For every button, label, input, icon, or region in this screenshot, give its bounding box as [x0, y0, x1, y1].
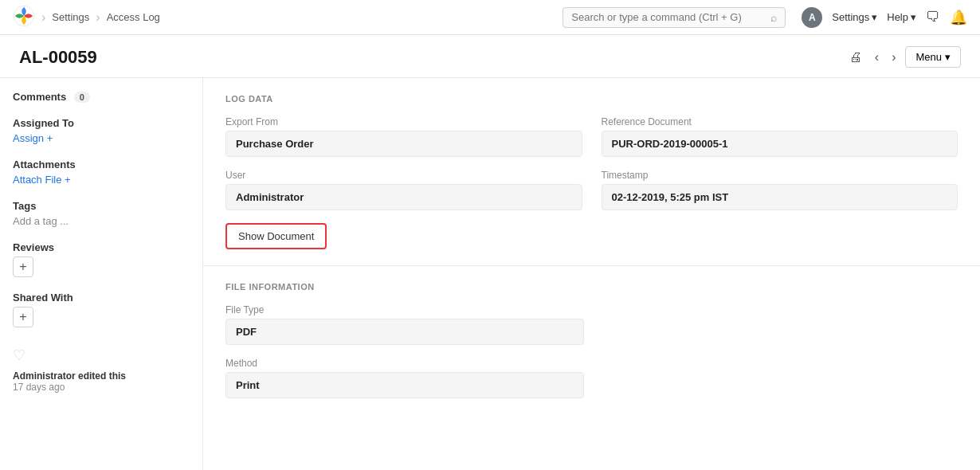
add-tag-button[interactable]: Add a tag ...	[13, 215, 190, 227]
reviews-label: Reviews	[13, 241, 190, 253]
app-logo[interactable]	[13, 5, 35, 29]
tags-label: Tags	[13, 200, 190, 212]
content-area: LOG DATA Export From Purchase Order Refe…	[203, 78, 980, 470]
sidebar-comments: Comments 0	[13, 91, 190, 103]
user-group: User Administrator	[225, 170, 582, 210]
method-label: Method	[225, 358, 584, 369]
edit-info: Administrator edited this 17 days ago	[13, 370, 190, 393]
file-info-grid: File Type PDF Method Print	[225, 304, 584, 398]
sidebar: Comments 0 Assigned To Assign + Attachme…	[0, 78, 203, 470]
prev-button[interactable]: ‹	[872, 47, 882, 68]
search-icon: ⌕	[770, 11, 777, 24]
breadcrumb-access-log[interactable]: Access Log	[107, 11, 160, 23]
page-header: AL-00059 🖨 ‹ › Menu ▾	[0, 35, 980, 78]
chevron-down-icon: ▾	[911, 11, 916, 23]
user-value: Administrator	[225, 184, 582, 210]
comments-count: 0	[74, 92, 90, 103]
add-review-button[interactable]: +	[13, 257, 33, 277]
file-info-section: FILE INFORMATION File Type PDF Method Pr…	[203, 266, 980, 414]
reference-doc-label: Reference Document	[602, 116, 958, 127]
chat-icon[interactable]: 🗨	[926, 9, 940, 25]
avatar[interactable]: A	[802, 7, 822, 28]
file-type-label: File Type	[225, 304, 584, 315]
sidebar-tags: Tags Add a tag ...	[13, 200, 190, 227]
timestamp-group: Timestamp 02-12-2019, 5:25 pm IST	[602, 170, 958, 210]
sidebar-footer: ♡ Administrator edited this 17 days ago	[13, 347, 190, 393]
timestamp-value: 02-12-2019, 5:25 pm IST	[602, 184, 958, 210]
search-bar[interactable]: ⌕	[563, 7, 786, 28]
chevron-down-icon: ▾	[872, 11, 877, 23]
method-group: Method Print	[225, 358, 584, 398]
add-shared-button[interactable]: +	[13, 307, 33, 327]
export-from-label: Export From	[225, 116, 582, 127]
reference-doc-value: PUR-ORD-2019-00005-1	[602, 131, 958, 157]
settings-menu-button[interactable]: Settings ▾	[832, 11, 877, 23]
header-actions: 🖨 ‹ › Menu ▾	[846, 46, 961, 68]
sidebar-attachments: Attachments Attach File +	[13, 159, 190, 186]
reference-doc-group: Reference Document PUR-ORD-2019-00005-1	[602, 116, 958, 157]
topnav: › Settings › Access Log ⌕ A Settings ▾ H…	[0, 0, 980, 35]
log-data-section: LOG DATA Export From Purchase Order Refe…	[203, 78, 980, 266]
timestamp-label: Timestamp	[602, 170, 958, 181]
file-info-title: FILE INFORMATION	[225, 282, 958, 292]
comments-label: Comments 0	[13, 91, 190, 103]
user-label: User	[225, 170, 582, 181]
shared-with-label: Shared With	[13, 292, 190, 304]
bell-icon[interactable]: 🔔	[950, 9, 967, 26]
sidebar-shared-with: Shared With +	[13, 292, 190, 327]
file-type-group: File Type PDF	[225, 304, 584, 345]
attachments-label: Attachments	[13, 159, 190, 170]
attach-file-button[interactable]: Attach File +	[13, 174, 190, 186]
heart-icon[interactable]: ♡	[13, 347, 190, 364]
page-title: AL-00059	[19, 47, 97, 68]
print-button[interactable]: 🖨	[846, 47, 865, 68]
export-from-value: Purchase Order	[225, 131, 582, 157]
assign-button[interactable]: Assign +	[13, 132, 190, 144]
main-layout: Comments 0 Assigned To Assign + Attachme…	[0, 78, 980, 470]
method-value: Print	[225, 372, 584, 398]
search-input[interactable]	[571, 11, 767, 23]
export-from-group: Export From Purchase Order	[225, 116, 582, 157]
file-type-value: PDF	[225, 319, 584, 345]
sidebar-assigned-to: Assigned To Assign +	[13, 117, 190, 144]
menu-button[interactable]: Menu ▾	[905, 46, 961, 68]
next-button[interactable]: ›	[888, 47, 899, 68]
sidebar-reviews: Reviews +	[13, 241, 190, 277]
help-menu-button[interactable]: Help ▾	[887, 11, 916, 23]
topnav-right: A Settings ▾ Help ▾ 🗨 🔔	[802, 7, 967, 28]
log-data-title: LOG DATA	[225, 94, 958, 104]
log-data-grid: Export From Purchase Order Reference Doc…	[225, 116, 958, 210]
assigned-to-label: Assigned To	[13, 117, 190, 129]
breadcrumb-sep-2: ›	[96, 10, 100, 25]
breadcrumb-sep-1: ›	[41, 10, 45, 25]
breadcrumb-settings[interactable]: Settings	[52, 11, 89, 23]
show-document-button[interactable]: Show Document	[225, 223, 327, 249]
chevron-down-icon: ▾	[945, 51, 951, 63]
